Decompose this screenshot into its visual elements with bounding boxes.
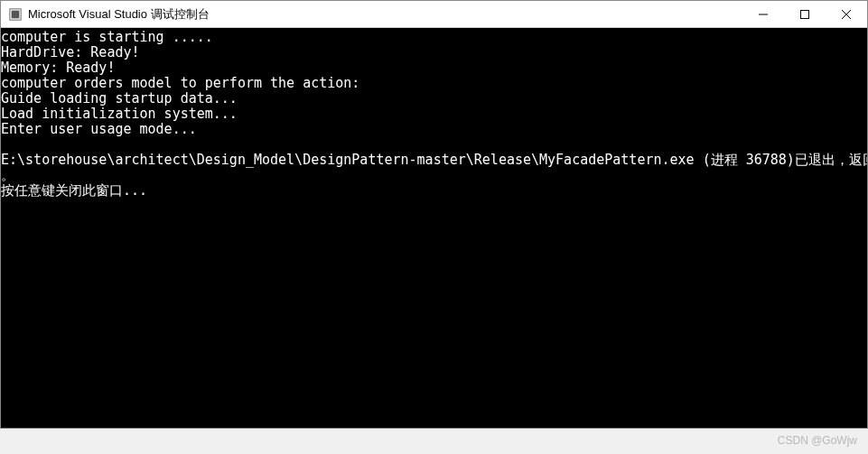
console-line <box>1 137 867 153</box>
console-output[interactable]: computer is starting .....HardDrive: Rea… <box>1 28 867 428</box>
console-line: computer is starting ..... <box>1 30 867 45</box>
window-controls <box>742 1 867 27</box>
console-window: Microsoft Visual Studio 调试控制台 computer i… <box>0 0 868 429</box>
console-line: computer orders model to perform the act… <box>1 76 867 91</box>
console-line: 。 <box>1 168 867 183</box>
console-line: Guide loading startup data... <box>1 91 867 107</box>
console-line: Enter user usage mode... <box>1 122 867 137</box>
console-line: Memory: Ready! <box>1 60 867 76</box>
console-line: E:\storehouse\architect\Design_Model\Des… <box>1 153 867 168</box>
watermark: CSDN @GoWjw <box>778 434 857 447</box>
titlebar[interactable]: Microsoft Visual Studio 调试控制台 <box>1 1 867 28</box>
svg-rect-1 <box>12 10 20 18</box>
maximize-button[interactable] <box>784 1 826 28</box>
console-line: 按任意键关闭此窗口... <box>1 183 867 199</box>
svg-rect-3 <box>801 10 809 18</box>
window-title: Microsoft Visual Studio 调试控制台 <box>28 6 742 23</box>
minimize-button[interactable] <box>742 1 784 28</box>
console-line: HardDrive: Ready! <box>1 45 867 60</box>
close-button[interactable] <box>826 1 867 28</box>
console-line: Load initialization system... <box>1 107 867 122</box>
app-icon <box>8 7 23 22</box>
